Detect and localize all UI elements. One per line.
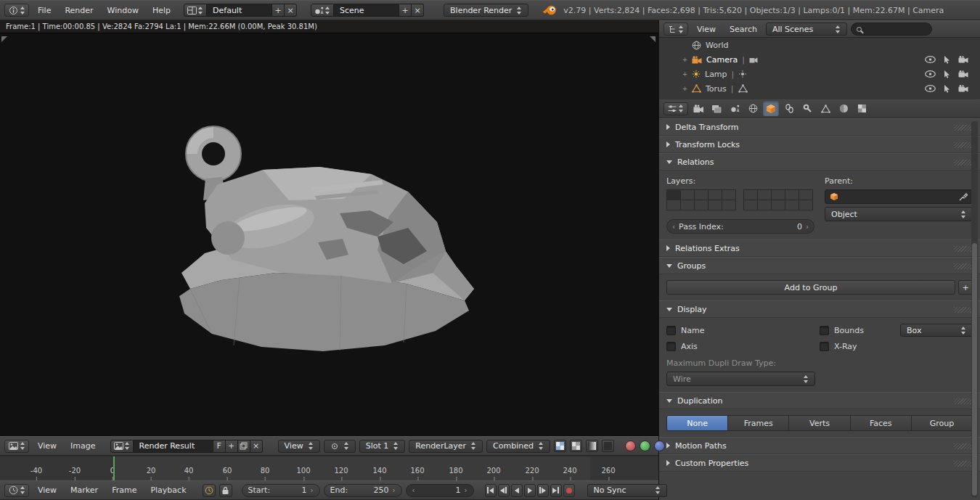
play-button[interactable] (524, 484, 536, 497)
add-to-group-button[interactable]: Add to Group (666, 280, 955, 295)
delete-scene-button[interactable]: × (412, 4, 424, 17)
next-keyframe-button[interactable] (537, 484, 549, 497)
panel-grip[interactable] (954, 461, 973, 467)
browse-screen-button[interactable] (184, 4, 207, 17)
menu-file[interactable]: File (33, 4, 56, 17)
outliner-menu-search[interactable]: Search (724, 23, 762, 36)
current-frame-playhead[interactable] (113, 456, 115, 480)
outliner-editor-type-button[interactable] (663, 22, 688, 36)
xray-checkbox[interactable] (820, 342, 829, 351)
tab-constraints[interactable] (781, 101, 797, 116)
layer-toggle[interactable] (744, 190, 757, 200)
layer-toggle[interactable] (681, 200, 694, 210)
layer-toggle[interactable] (772, 190, 785, 200)
delete-screen-button[interactable]: × (285, 4, 297, 17)
screen-name-field[interactable]: Default (207, 4, 272, 17)
duplication-group-button[interactable]: Group (911, 416, 972, 430)
current-frame-field[interactable]: ‹ 1 › (406, 484, 474, 497)
menu-window[interactable]: Window (102, 4, 144, 17)
panel-grip[interactable] (954, 443, 973, 449)
jump-to-start-button[interactable] (485, 484, 497, 497)
timeline-menu-marker[interactable]: Marker (65, 484, 103, 496)
render-pass-select[interactable]: Combined (486, 440, 550, 453)
tab-object[interactable] (763, 101, 779, 116)
tab-modifiers[interactable] (799, 101, 815, 116)
tab-render[interactable] (690, 101, 706, 116)
panel-grip[interactable] (954, 142, 973, 148)
timeline-menu-playback[interactable]: Playback (145, 484, 191, 496)
dupli-draw-type-select[interactable]: Wire (666, 372, 815, 386)
properties-scrollbar[interactable] (971, 121, 978, 497)
menu-render[interactable]: Render (60, 4, 98, 17)
selectable-cursor-icon[interactable] (943, 55, 951, 64)
pass-index-field[interactable]: ‹ Pass Index: 0 › (666, 219, 814, 234)
increment-arrow-icon[interactable]: › (806, 223, 809, 231)
panel-grip[interactable] (954, 398, 973, 404)
play-reverse-button[interactable] (511, 484, 523, 497)
panel-grip[interactable] (954, 307, 973, 313)
duplication-none-button[interactable]: None (667, 416, 727, 430)
green-channel-button[interactable] (640, 440, 650, 451)
expand-icon[interactable]: + (681, 85, 689, 92)
renderable-camera-icon[interactable] (958, 56, 968, 63)
layer-toggle[interactable] (799, 200, 812, 210)
new-group-button[interactable]: + (958, 280, 973, 295)
auto-keyframe-record-button[interactable] (563, 484, 575, 497)
menu-help[interactable]: Help (147, 4, 176, 17)
expand-icon[interactable]: + (681, 56, 689, 63)
pivot-select[interactable] (324, 440, 356, 453)
decrement-arrow-icon[interactable]: ‹ (672, 223, 675, 231)
layer-toggle[interactable] (722, 190, 735, 200)
panel-header-relations[interactable]: Relations (659, 153, 980, 171)
layer-toggle[interactable] (667, 200, 680, 210)
outliner-item-lamp[interactable]: + Lamp | (659, 67, 980, 81)
outliner-search-input[interactable] (851, 22, 932, 36)
outliner-display-mode-select[interactable]: All Scenes (766, 22, 847, 36)
area-corner-widget[interactable] (1, 36, 7, 42)
draw-alpha-button[interactable] (586, 440, 598, 452)
layer-toggle[interactable] (799, 190, 812, 200)
sync-mode-select[interactable]: No Sync (587, 484, 667, 497)
lock-time-button[interactable] (219, 484, 232, 497)
axis-checkbox[interactable] (666, 342, 676, 351)
layer-toggle[interactable] (785, 200, 799, 210)
panel-header-relations-extras[interactable]: Relations Extras (659, 239, 980, 257)
tab-render-layers[interactable] (709, 101, 724, 116)
layer-toggle[interactable] (695, 200, 708, 210)
unlink-image-button[interactable]: × (250, 440, 263, 453)
image-menu-view[interactable]: View (33, 440, 62, 452)
duplication-frames-button[interactable]: Frames (727, 416, 788, 430)
panel-grip[interactable] (954, 246, 973, 252)
increment-arrow-icon[interactable]: › (311, 486, 314, 494)
renderable-camera-icon[interactable] (958, 70, 968, 78)
outliner-item-torus[interactable]: + Torus | (659, 81, 980, 96)
timeline-menu-frame[interactable]: Frame (107, 484, 142, 496)
view-select[interactable]: View (278, 440, 320, 453)
render-layer-select[interactable]: RenderLayer (409, 440, 483, 453)
panel-header-transform-locks[interactable]: Transform Locks (659, 136, 980, 153)
layer-toggle[interactable] (785, 190, 799, 200)
panel-header-groups[interactable]: Groups (659, 257, 980, 274)
outliner-menu-view[interactable]: View (692, 23, 721, 36)
expand-icon[interactable]: + (681, 70, 689, 78)
prev-keyframe-button[interactable] (498, 484, 510, 497)
render-engine-select[interactable]: Blender Render (444, 4, 528, 17)
panel-header-duplication[interactable]: Duplication (659, 392, 980, 409)
info-editor-type-button[interactable] (4, 4, 29, 17)
blue-channel-button[interactable] (654, 440, 665, 451)
layer-toggle[interactable] (709, 200, 722, 210)
end-frame-field[interactable]: End: 250 › (324, 484, 402, 497)
image-menu-image[interactable]: Image (65, 440, 100, 452)
timeline-ruler[interactable]: -40 -20 0 20 40 60 80 100 120 140 160 18… (0, 456, 658, 480)
decrement-arrow-icon[interactable]: ‹ (412, 486, 415, 494)
layer-toggle[interactable] (758, 190, 771, 200)
layer-toggle[interactable] (695, 190, 708, 200)
layer-toggle[interactable] (709, 190, 722, 200)
area-corner-widget[interactable] (650, 36, 656, 42)
draw-rgba-button[interactable] (554, 440, 566, 452)
selectable-cursor-icon[interactable] (943, 70, 951, 78)
hide-eye-icon[interactable] (925, 56, 936, 63)
jump-to-end-button[interactable] (550, 484, 562, 497)
outliner-item-world[interactable]: World (659, 38, 980, 52)
layer-toggle[interactable] (772, 200, 785, 210)
